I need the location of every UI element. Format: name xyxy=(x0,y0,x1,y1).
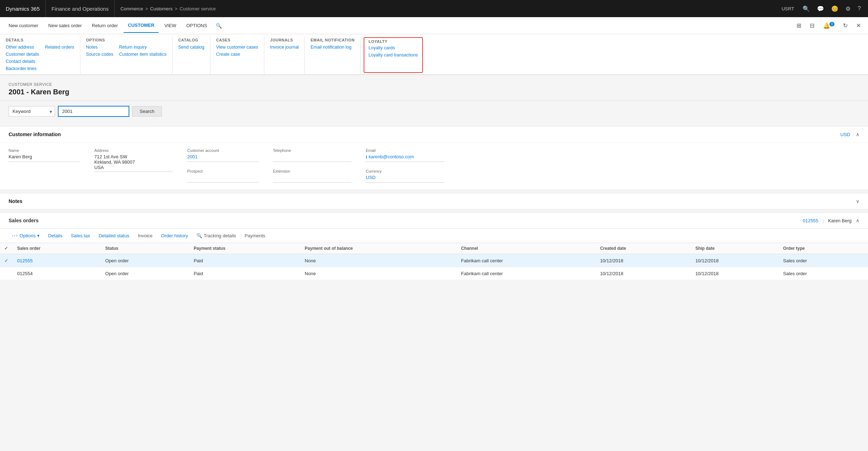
ribbon-details-items: Other address Customer details Contact d… xyxy=(6,44,74,71)
return-order-button[interactable]: Return order xyxy=(88,19,122,33)
account-value[interactable]: 2001 xyxy=(187,154,259,162)
col-status[interactable]: Status xyxy=(101,243,190,254)
breadcrumb-customers[interactable]: Customers xyxy=(150,6,173,11)
notes-link[interactable]: Notes xyxy=(86,44,113,50)
telephone-value xyxy=(273,154,351,162)
options-button[interactable]: ··· Options ▾ xyxy=(9,232,43,240)
account-field: Customer account 2001 Prospect xyxy=(187,148,259,183)
col-payment-balance[interactable]: Payment out of balance xyxy=(300,243,457,254)
create-case-link[interactable]: Create case xyxy=(216,51,258,57)
loyalty-cards-link[interactable]: Loyalty cards xyxy=(369,45,418,51)
dynamics365-brand[interactable]: Dynamics 365 xyxy=(4,0,46,17)
detailed-status-button[interactable]: Detailed status xyxy=(95,232,133,240)
command-bar-right: ⊞ ⊟ 🔔0 ↻ ✕ xyxy=(794,22,864,29)
customer-details-link[interactable]: Customer details xyxy=(6,51,39,57)
finance-operations-brand[interactable]: Finance and Operations xyxy=(46,0,115,17)
keyword-select[interactable]: Keyword xyxy=(9,106,55,117)
search-input[interactable] xyxy=(58,106,129,117)
command-search-icon[interactable]: 🔍 xyxy=(216,23,222,29)
chat-icon[interactable]: 💬 xyxy=(814,0,827,17)
row1-order-id[interactable]: 012555 xyxy=(13,254,101,267)
backorder-lines-link[interactable]: Backorder lines xyxy=(6,66,39,71)
new-customer-button[interactable]: New customer xyxy=(4,19,43,33)
keyword-select-wrap: Keyword xyxy=(9,106,55,117)
sales-tax-button[interactable]: Sales tax xyxy=(67,232,93,240)
collapse-icon[interactable]: ✕ xyxy=(853,22,864,29)
active-customer-name: Karen Berg xyxy=(828,218,852,223)
settings-icon[interactable]: ⚙ xyxy=(843,0,853,17)
row1-created-date: 10/12/2018 xyxy=(596,254,691,267)
col-created-date[interactable]: Created date xyxy=(596,243,691,254)
col-sales-order[interactable]: Sales order xyxy=(13,243,101,254)
breadcrumb-current: Customer service xyxy=(180,6,216,11)
col-channel[interactable]: Channel xyxy=(457,243,596,254)
options-tab[interactable]: OPTIONS xyxy=(182,19,211,33)
view-customer-cases-link[interactable]: View customer cases xyxy=(216,44,258,50)
details-button[interactable]: Details xyxy=(45,232,66,240)
name-field: Name Karen Berg xyxy=(9,148,80,162)
new-sales-order-button[interactable]: New sales order xyxy=(44,19,86,33)
source-codes-link[interactable]: Source codes xyxy=(86,51,113,57)
notes-chevron-icon: ∨ xyxy=(856,198,859,204)
search-button[interactable]: Search xyxy=(132,106,162,117)
send-catalog-link[interactable]: Send catalog xyxy=(178,44,204,50)
row2-order-id[interactable]: 012554 xyxy=(13,267,101,280)
search-icon[interactable]: 🔍 xyxy=(800,0,813,17)
apps-icon[interactable]: ⊟ xyxy=(807,22,817,29)
command-bar: New customer New sales order Return orde… xyxy=(0,17,868,34)
row1-order-type: Sales order xyxy=(779,254,868,267)
notes-header[interactable]: Notes ∨ xyxy=(0,193,868,209)
table-row[interactable]: ✓ 012555 Open order Paid None Fabrikam c… xyxy=(0,254,868,267)
payments-button[interactable]: Payments xyxy=(241,232,269,240)
grid-icon[interactable]: ⊞ xyxy=(794,22,804,29)
email-field: Email ℹkarenb@contoso.com Currency USD xyxy=(366,148,444,183)
order-history-button[interactable]: Order history xyxy=(158,232,191,240)
help-icon[interactable]: ? xyxy=(855,0,864,17)
face-icon[interactable]: 😊 xyxy=(828,0,841,17)
tracking-details-button[interactable]: 🔍 Tracking details xyxy=(193,232,240,240)
ribbon-group-email-label: EMAIL NOTIFICATION xyxy=(310,38,354,42)
col-ship-date[interactable]: Ship date xyxy=(691,243,779,254)
row2-created-date: 10/12/2018 xyxy=(596,267,691,280)
ribbon-group-loyalty-label: LOYALTY xyxy=(369,39,418,44)
col-payment-status[interactable]: Payment status xyxy=(189,243,300,254)
customer-info-header[interactable]: Customer information USD ∧ xyxy=(0,127,868,143)
ribbon-group-journals-label: JOURNALS xyxy=(270,38,299,42)
row1-check: ✓ xyxy=(0,254,13,267)
address-value: 712 1st Ave SW Kirkland, WA 98007 USA xyxy=(94,154,173,172)
customer-tab[interactable]: CUSTOMER xyxy=(124,19,159,33)
row2-status: Open order xyxy=(101,267,190,280)
refresh-icon[interactable]: ↻ xyxy=(840,22,850,29)
info-icon: ℹ xyxy=(366,155,367,159)
currency-value[interactable]: USD xyxy=(366,175,444,183)
active-order-id-link[interactable]: 012555 xyxy=(803,218,818,223)
return-inquiry-link[interactable]: Return inquiry xyxy=(119,44,166,50)
breadcrumb-commerce[interactable]: Commerce xyxy=(120,6,143,11)
prospect-label: Prospect xyxy=(187,169,259,173)
table-header-row: ✓ Sales order Status Payment status Paym… xyxy=(0,243,868,254)
loyalty-card-transactions-link[interactable]: Loyalty card transactions xyxy=(369,52,418,58)
ribbon-group-options: OPTIONS Notes Source codes Return inquir… xyxy=(80,36,173,74)
customer-item-statistics-link[interactable]: Customer item statistics xyxy=(119,51,166,57)
email-value[interactable]: ℹkarenb@contoso.com xyxy=(366,154,444,162)
notes-section: Notes ∨ xyxy=(0,193,868,209)
invoice-journal-link[interactable]: Invoice journal xyxy=(270,44,299,50)
currency-link[interactable]: USD xyxy=(840,132,850,137)
notifications-icon[interactable]: 🔔0 xyxy=(820,22,837,29)
table-row[interactable]: 012554 Open order Paid None Fabrikam cal… xyxy=(0,267,868,280)
ribbon-options-items: Notes Source codes Return inquiry Custom… xyxy=(86,44,166,57)
ribbon-group-catalog: CATALOG Send catalog xyxy=(173,36,210,74)
sales-orders-title: Sales orders xyxy=(9,218,39,223)
breadcrumb: Commerce > Customers > Customer service xyxy=(115,6,777,11)
row1-channel: Fabrikam call center xyxy=(457,254,596,267)
other-address-link[interactable]: Other address xyxy=(6,44,39,50)
view-tab[interactable]: VIEW xyxy=(160,19,180,33)
notes-title: Notes xyxy=(9,198,23,204)
contact-details-link[interactable]: Contact details xyxy=(6,59,39,64)
page-subtitle: CUSTOMER SERVICE xyxy=(9,82,859,86)
col-order-type[interactable]: Order type xyxy=(779,243,868,254)
email-notification-log-link[interactable]: Email notification log xyxy=(310,44,351,50)
address-field: Address 712 1st Ave SW Kirkland, WA 9800… xyxy=(94,148,173,172)
related-orders-link[interactable]: Related orders xyxy=(45,44,74,50)
invoice-button[interactable]: Invoice xyxy=(134,232,156,240)
